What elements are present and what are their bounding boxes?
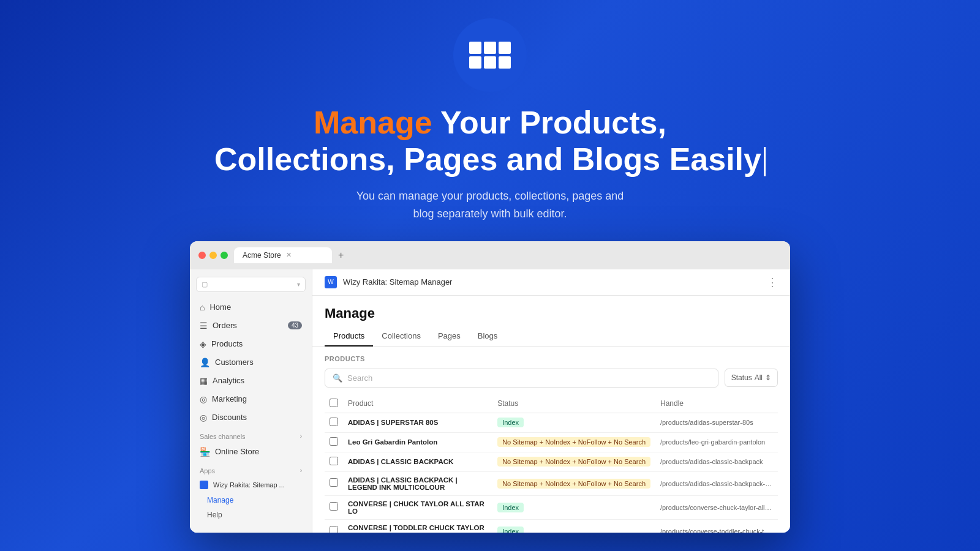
product-handle-cell: /products/converse-chuck-taylor-all-star… bbox=[655, 495, 778, 519]
handle-column-header: Handle bbox=[655, 395, 778, 413]
select-all-header[interactable] bbox=[325, 395, 343, 413]
row-checkbox[interactable] bbox=[330, 526, 338, 533]
sidebar-item-marketing[interactable]: ◎ Marketing bbox=[190, 390, 312, 408]
app-header-actions: ⋮ bbox=[767, 276, 778, 289]
product-name-cell: ADIDAS | CLASSIC BACKPACK bbox=[343, 452, 492, 471]
product-name-cell: Leo Gri Gabardin Pantolon bbox=[343, 432, 492, 452]
product-name-cell: CONVERSE | TODDLER CHUCK TAYLOR ALL STAR… bbox=[343, 519, 492, 533]
product-name-cell: CONVERSE | CHUCK TAYLOR ALL STAR LO bbox=[343, 495, 492, 519]
row-checkbox-cell[interactable] bbox=[325, 519, 343, 533]
sales-channels-arrow: › bbox=[300, 433, 302, 440]
hero-title-line1: Manage Your Products, bbox=[214, 104, 766, 141]
sidebar-item-home[interactable]: ⌂ Home bbox=[190, 298, 312, 317]
sidebar-item-online-store[interactable]: 🏪 Online Store bbox=[190, 443, 312, 461]
browser-body: ▢ ▾ ⌂ Home ☰ Orders 43 ◈ Products 👤 Cust… bbox=[190, 269, 790, 533]
sidebar-analytics-label: Analytics bbox=[213, 376, 244, 385]
tab-pages[interactable]: Pages bbox=[429, 326, 469, 347]
discounts-icon: ◎ bbox=[200, 413, 207, 422]
search-placeholder: Search bbox=[347, 373, 372, 383]
app-header-left: W Wizy Rakita: Sitemap Manager bbox=[325, 276, 452, 288]
row-checkbox[interactable] bbox=[330, 478, 338, 487]
status-value: All bbox=[755, 373, 763, 382]
sidebar-item-orders[interactable]: ☰ Orders 43 bbox=[190, 317, 312, 335]
row-checkbox-cell[interactable] bbox=[325, 452, 343, 471]
hero-products-word: Products bbox=[519, 105, 657, 140]
sidebar-item-wizy-rakita[interactable]: Wizy Rakita: Sitemap ... bbox=[190, 477, 312, 493]
top-icon-area bbox=[453, 18, 527, 92]
sidebar-item-help[interactable]: Help bbox=[190, 508, 312, 522]
product-handle-cell: /products/adidas-superstar-80s bbox=[655, 413, 778, 432]
product-status-cell: Index bbox=[492, 519, 655, 533]
product-status-cell: Index bbox=[492, 495, 655, 519]
table-row: CONVERSE | CHUCK TAYLOR ALL STAR LO Inde… bbox=[325, 495, 778, 519]
product-status-cell: No Sitemap + NoIndex + NoFollow + No Sea… bbox=[492, 432, 655, 452]
status-select-arrow: ⇕ bbox=[765, 373, 771, 382]
row-checkbox-cell[interactable] bbox=[325, 413, 343, 432]
status-badge: No Sitemap + NoIndex + NoFollow + No Sea… bbox=[497, 457, 650, 467]
tab-collections[interactable]: Collections bbox=[373, 326, 429, 347]
row-checkbox-cell[interactable] bbox=[325, 432, 343, 452]
tab-close-icon[interactable]: ✕ bbox=[286, 251, 292, 259]
products-table: Product Status Handle ADIDAS | SUPERSTAR… bbox=[325, 395, 778, 533]
top-icon-grid bbox=[469, 42, 511, 69]
manage-title: Manage bbox=[312, 296, 790, 321]
product-handle-cell: /products/converse-toddler-chuck-taylor-… bbox=[655, 519, 778, 533]
sidebar-orders-label: Orders bbox=[213, 321, 237, 330]
table-row: ADIDAS | CLASSIC BACKPACK No Sitemap + N… bbox=[325, 452, 778, 471]
hero-pages-word: Pages bbox=[404, 141, 497, 177]
hero-comma1: , bbox=[658, 105, 666, 140]
app-header-title: Wizy Rakita: Sitemap Manager bbox=[343, 277, 452, 287]
row-checkbox[interactable] bbox=[330, 437, 338, 446]
sidebar-item-products[interactable]: ◈ Products bbox=[190, 335, 312, 353]
orders-badge: 43 bbox=[288, 321, 302, 329]
table-row: Leo Gri Gabardin Pantolon No Sitemap + N… bbox=[325, 432, 778, 452]
status-select[interactable]: Status All ⇕ bbox=[725, 369, 778, 387]
product-name-cell: ADIDAS | SUPERSTAR 80S bbox=[343, 413, 492, 432]
product-status-cell: No Sitemap + NoIndex + NoFollow + No Sea… bbox=[492, 452, 655, 471]
browser-tab-title: Acme Store bbox=[243, 251, 281, 260]
analytics-icon: ▦ bbox=[200, 376, 208, 386]
main-content: W Wizy Rakita: Sitemap Manager ⋮ Manage … bbox=[312, 269, 790, 533]
marketing-icon: ◎ bbox=[200, 394, 207, 404]
browser-tab[interactable]: Acme Store ✕ bbox=[234, 247, 332, 263]
hero-section: Manage Your Products, Collections, Pages… bbox=[214, 104, 766, 223]
row-checkbox-cell[interactable] bbox=[325, 471, 343, 495]
tab-products[interactable]: Products bbox=[325, 326, 373, 347]
products-section-label: PRODUCTS bbox=[325, 355, 778, 362]
orders-icon: ☰ bbox=[200, 321, 208, 331]
sidebar-item-customers[interactable]: 👤 Customers bbox=[190, 353, 312, 372]
row-checkbox-cell[interactable] bbox=[325, 495, 343, 519]
dot-green[interactable] bbox=[221, 252, 228, 259]
products-toolbar: 🔍 Search Status All ⇕ bbox=[325, 369, 778, 388]
top-icon-circle bbox=[453, 18, 527, 92]
row-checkbox[interactable] bbox=[330, 457, 338, 465]
sidebar-home-label: Home bbox=[209, 302, 231, 312]
manage-tabs: Products Collections Pages Blogs bbox=[312, 326, 790, 347]
sidebar-item-discounts[interactable]: ◎ Discounts bbox=[190, 408, 312, 427]
select-all-checkbox[interactable] bbox=[330, 399, 338, 407]
status-badge: No Sitemap + NoIndex + NoFollow + No Sea… bbox=[497, 437, 650, 447]
cursor-blink bbox=[764, 147, 766, 176]
search-box[interactable]: 🔍 Search bbox=[325, 369, 718, 388]
tab-new-icon[interactable]: + bbox=[338, 250, 344, 261]
tab-blogs[interactable]: Blogs bbox=[469, 326, 507, 347]
apps-section: Apps › bbox=[190, 461, 312, 477]
browser-dots bbox=[198, 252, 228, 259]
product-name-cell: ADIDAS | CLASSIC BACKPACK | LEGEND INK M… bbox=[343, 471, 492, 495]
sidebar-search-box[interactable]: ▢ ▾ bbox=[196, 277, 306, 292]
status-badge: No Sitemap + NoIndex + NoFollow + No Sea… bbox=[497, 479, 650, 489]
row-checkbox[interactable] bbox=[330, 418, 338, 426]
dot-yellow[interactable] bbox=[209, 252, 217, 259]
apps-arrow: › bbox=[300, 467, 302, 474]
dot-red[interactable] bbox=[198, 252, 206, 259]
row-checkbox[interactable] bbox=[330, 502, 338, 511]
hero-blogs-word: Blogs bbox=[572, 141, 660, 177]
sidebar-item-analytics[interactable]: ▦ Analytics bbox=[190, 372, 312, 390]
products-icon: ◈ bbox=[200, 339, 206, 349]
status-badge: Index bbox=[497, 503, 524, 512]
browser-window: Acme Store ✕ + ▢ ▾ ⌂ Home ☰ Orders 43 ◈ … bbox=[190, 241, 790, 533]
hero-easily-word: Easily bbox=[660, 141, 761, 177]
browser-chrome: Acme Store ✕ + bbox=[190, 241, 790, 269]
sidebar-item-manage[interactable]: Manage bbox=[190, 493, 312, 508]
product-handle-cell: /products/adidas-classic-backpack-legend… bbox=[655, 471, 778, 495]
